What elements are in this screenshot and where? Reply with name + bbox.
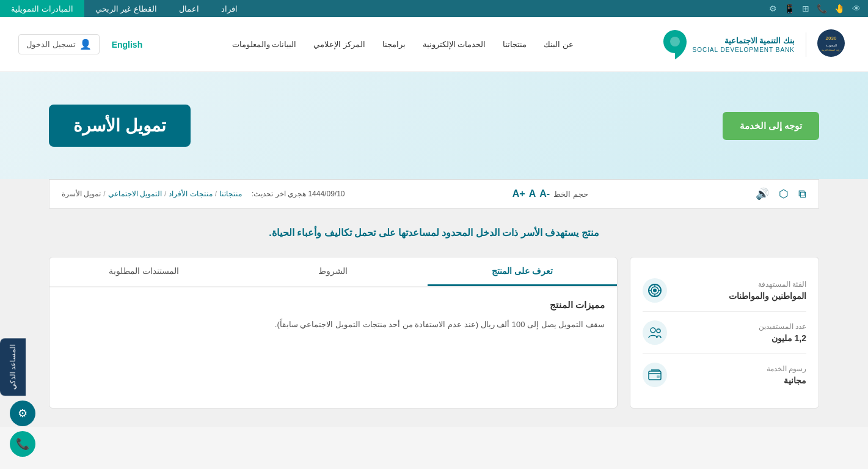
wallet-icon — [643, 363, 667, 387]
gear-float-icon: ⚙ — [18, 407, 27, 420]
phone-float-button[interactable]: 📞 — [10, 431, 35, 457]
stats-tabs-row: الفئة المستهدفة المواطنين والمواطنات — [49, 257, 819, 408]
stat-fees: رسوم الخدمة مجانية — [643, 354, 806, 396]
toolbar-right: 1444/09/10 هجري اخر تحديث: منتجاتنا / من… — [62, 190, 345, 198]
vision-badge: 2030 السعودية رؤية المملكة العربية — [817, 29, 845, 57]
stat-beneficiaries-text: عدد المستفيدين 1,2 مليون — [759, 322, 806, 343]
stats-card: الفئة المستهدفة المواطنين والمواطنات — [630, 257, 819, 408]
tabs-panel: تعرف على المنتج الشروط المستندات المطلوب… — [49, 257, 618, 408]
language-switch[interactable]: English — [112, 40, 143, 50]
tabs-header: تعرف على المنتج الشروط المستندات المطلوب… — [49, 257, 617, 287]
grid-icon[interactable]: ⊞ — [802, 4, 809, 13]
stat-target-text: الفئة المستهدفة المواطنين والمواطنات — [729, 280, 806, 301]
target-icon — [643, 278, 667, 303]
nav-eservices[interactable]: الخدمات الإلكترونية — [414, 40, 495, 49]
nav-about[interactable]: عن البنك — [535, 40, 582, 49]
nav-products[interactable]: منتجاتنا — [494, 40, 535, 49]
hero-title: تمويل الأسرة — [49, 105, 191, 147]
toolbar-center: حجم الخط -A A +A — [512, 188, 588, 199]
svg-point-12 — [651, 328, 655, 333]
users-icon — [643, 320, 667, 345]
page-toolbar: ⧉ ⬡ 🔊 حجم الخط -A A +A 1444/09/10 هجري ا… — [49, 179, 819, 209]
topnav-afrad[interactable]: افراد — [210, 0, 249, 17]
breadcrumb-item-products[interactable]: منتجاتنا — [219, 190, 242, 198]
svg-point-13 — [657, 329, 660, 333]
last-update: 1444/09/10 هجري اخر تحديث: — [252, 190, 345, 198]
breadcrumb-item-individual[interactable]: منتجات الأفراد — [169, 190, 212, 198]
header-left: English 👤 تسجيل الدخول — [18, 34, 142, 54]
top-bar: 👁 🤚 📞 ⊞ 📱 ⚙ افراد اعمال القطاع غير الربح… — [0, 0, 868, 17]
svg-point-4 — [670, 37, 680, 46]
toolbar-left: ⧉ ⬡ 🔊 — [756, 187, 806, 201]
copy-icon[interactable]: ⧉ — [798, 188, 806, 201]
vision-logo: 2030 السعودية رؤية المملكة العربية — [817, 29, 845, 59]
svg-text:رؤية المملكة العربية: رؤية المملكة العربية — [822, 48, 840, 51]
tab-conditions[interactable]: الشروط — [239, 257, 428, 286]
share-icon[interactable]: ⬡ — [779, 187, 789, 201]
topnav-initiatives[interactable]: المبادرات التمويلية — [0, 0, 84, 17]
svg-text:2030: 2030 — [826, 35, 837, 41]
stat-fees-text: رسوم الخدمة مجانية — [767, 364, 806, 385]
tab-section-text: سقف التمويل يصل إلى 100 ألف ريال (عند عد… — [62, 318, 605, 331]
divider — [806, 32, 806, 57]
product-description: منتج يستهدف الأسر ذات الدخل المحدود لمسا… — [49, 209, 819, 251]
service-button[interactable]: توجه إلى الخدمة — [723, 112, 819, 140]
stat-beneficiaries: عدد المستفيدين 1,2 مليون — [643, 312, 806, 354]
stat-target: الفئة المستهدفة المواطنين والمواطنات — [643, 270, 806, 312]
phone-float-icon: 📞 — [16, 437, 29, 451]
font-normal-btn[interactable]: A — [529, 188, 536, 199]
svg-rect-15 — [657, 375, 660, 378]
nav-programs[interactable]: برامجنا — [374, 40, 414, 49]
main-nav: عن البنك منتجاتنا الخدمات الإلكترونية بر… — [224, 40, 583, 49]
audio-icon[interactable]: 🔊 — [756, 187, 769, 201]
tab-content-area: مميزات المنتج سقف التمويل يصل إلى 100 أل… — [49, 287, 617, 344]
logo-text-block: بنك التنمية الاجتماعية SOCIAL DEVELOPMEN… — [693, 36, 795, 53]
hand-icon[interactable]: 🤚 — [834, 4, 845, 13]
hero-section: توجه إلى الخدمة تمويل الأسرة — [0, 72, 868, 179]
tablet-icon[interactable]: 📱 — [784, 4, 795, 13]
content-area: ⧉ ⬡ 🔊 حجم الخط -A A +A 1444/09/10 هجري ا… — [0, 179, 868, 427]
header: 2030 السعودية رؤية المملكة العربية بنك ا… — [0, 17, 868, 72]
breadcrumb: منتجاتنا / منتجات الأفراد / التمويل الاج… — [62, 190, 242, 198]
breadcrumb-item-social[interactable]: التمويل الاجتماعي — [108, 190, 162, 198]
logo-english: SOCIAL DEVELOPMENT BANK — [693, 46, 795, 53]
font-size-controls: حجم الخط -A A +A — [512, 188, 588, 199]
phone-icon[interactable]: 📞 — [817, 4, 827, 13]
font-decrease-btn[interactable]: -A — [539, 188, 550, 199]
header-logo: 2030 السعودية رؤية المملكة العربية بنك ا… — [663, 29, 850, 59]
topnav-aamal[interactable]: اعمال — [168, 0, 210, 17]
eye-icon[interactable]: 👁 — [852, 4, 861, 13]
tab-documents[interactable]: المستندات المطلوبة — [49, 257, 239, 286]
tab-section-title: مميزات المنتج — [62, 300, 605, 311]
breadcrumb-current: تمويل الأسرة — [62, 190, 101, 198]
logo-arabic: بنك التنمية الاجتماعية — [724, 36, 795, 45]
top-bar-icons: 👁 🤚 📞 ⊞ 📱 ⚙ — [249, 4, 868, 13]
settings-float-button[interactable]: ⚙ — [10, 401, 35, 426]
svg-text:السعودية: السعودية — [826, 43, 837, 48]
nav-data[interactable]: البيانات والمعلومات — [224, 40, 305, 49]
settings-icon[interactable]: ⚙ — [769, 4, 777, 13]
login-button[interactable]: 👤 تسجيل الدخول — [18, 34, 100, 54]
tab-product-info[interactable]: تعرف على المنتج — [428, 257, 617, 286]
sdb-logo-icon — [663, 30, 687, 59]
topnav-nonprofit[interactable]: القطاع غير الربحي — [84, 0, 168, 17]
nav-media[interactable]: المركز الإعلامي — [305, 40, 374, 49]
person-icon: 👤 — [79, 39, 92, 50]
font-increase-btn[interactable]: +A — [512, 188, 525, 199]
smart-assistant-button[interactable]: المساعد الذكي — [0, 338, 26, 396]
top-bar-nav: افراد اعمال القطاع غير الربحي المبادرات … — [0, 0, 249, 17]
svg-point-7 — [653, 289, 657, 292]
